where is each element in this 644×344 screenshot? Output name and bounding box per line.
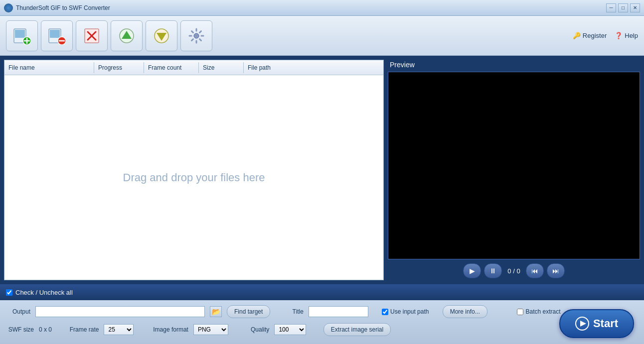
col-filepath: File path xyxy=(244,62,383,73)
pause-button[interactable]: ⏸ xyxy=(484,263,502,278)
file-list-panel: File name Progress Frame count Size File… xyxy=(4,60,384,280)
col-progress: Progress xyxy=(94,62,144,73)
next-button[interactable]: ⏭ xyxy=(547,263,565,278)
header-links: 🔑 Register ❓ Help xyxy=(573,32,638,39)
use-input-path-checkbox-label[interactable]: Use input path xyxy=(382,308,429,315)
svg-line-24 xyxy=(192,39,193,40)
file-list-body[interactable]: Drag and drop your files here xyxy=(4,75,383,280)
remove-gif-button[interactable] xyxy=(41,20,73,51)
move-down-button[interactable] xyxy=(146,20,177,51)
col-filename: File name xyxy=(4,62,94,73)
title-input[interactable] xyxy=(309,306,368,317)
find-target-button[interactable]: Find target xyxy=(227,305,270,318)
help-link[interactable]: ❓ Help xyxy=(615,32,638,39)
image-format-select[interactable]: PNG JPG BMP xyxy=(193,324,228,335)
col-framecount: Frame count xyxy=(144,62,199,73)
batch-extract-checkbox[interactable] xyxy=(517,309,523,315)
minimize-button[interactable]: ─ xyxy=(606,3,616,12)
main-area: File name Progress Frame count Size File… xyxy=(0,56,644,284)
quality-label: Quality xyxy=(245,326,269,333)
quality-select[interactable]: 100 90 80 70 xyxy=(274,324,306,335)
window-controls: ─ □ ✕ xyxy=(606,3,640,12)
bottom-row1: Output 📂 Find target Title Use input pat… xyxy=(8,305,636,318)
preview-panel: Preview ▶ ⏸ 0 / 0 ⏮ ⏭ xyxy=(388,60,640,280)
title-bar: ThunderSoft GIF to SWF Converter ─ □ ✕ xyxy=(0,0,644,16)
drag-drop-hint: Drag and drop your files here xyxy=(123,171,265,184)
image-format-label: Image format xyxy=(151,326,188,333)
add-gif-button[interactable] xyxy=(6,20,38,51)
swf-size-value: 0 x 0 xyxy=(39,326,52,333)
help-icon: ❓ xyxy=(615,32,623,39)
svg-line-21 xyxy=(192,31,193,32)
preview-screen xyxy=(388,72,640,259)
app-icon xyxy=(4,3,13,12)
settings-button[interactable] xyxy=(180,20,212,51)
restore-button[interactable]: □ xyxy=(618,3,628,12)
check-all-checkbox[interactable] xyxy=(6,289,12,296)
extract-image-serial-button[interactable]: Extract image serial xyxy=(323,323,391,336)
svg-line-22 xyxy=(200,39,201,40)
bottom-panel: Output 📂 Find target Title Use input pat… xyxy=(0,300,644,344)
batch-extract-checkbox-label[interactable]: Batch extract xyxy=(517,308,560,315)
preview-counter: 0 / 0 xyxy=(505,267,523,275)
check-row: Check / Uncheck all xyxy=(0,284,644,300)
output-input[interactable] xyxy=(35,306,205,317)
bottom-row2: SWF size 0 x 0 Frame rate 25 15 20 30 Im… xyxy=(8,323,636,336)
check-all-label[interactable]: Check / Uncheck all xyxy=(6,289,73,296)
browse-button[interactable]: 📂 xyxy=(210,306,222,317)
play-button[interactable]: ▶ xyxy=(463,263,481,278)
more-info-button[interactable]: More info... xyxy=(443,305,487,318)
preview-controls: ▶ ⏸ 0 / 0 ⏮ ⏭ xyxy=(388,259,640,280)
start-button[interactable]: Start xyxy=(559,309,634,338)
clear-button[interactable] xyxy=(76,20,108,51)
prev-button[interactable]: ⏮ xyxy=(526,263,544,278)
svg-point-16 xyxy=(194,33,199,38)
register-icon: 🔑 xyxy=(573,32,581,39)
title-label: Title xyxy=(288,308,304,315)
register-link[interactable]: 🔑 Register xyxy=(573,32,607,39)
use-input-path-checkbox[interactable] xyxy=(382,309,388,315)
svg-rect-1 xyxy=(15,30,25,38)
move-up-button[interactable] xyxy=(111,20,143,51)
frame-rate-select[interactable]: 25 15 20 30 xyxy=(104,324,134,335)
output-label: Output xyxy=(8,308,30,315)
app-title: ThunderSoft GIF to SWF Converter xyxy=(16,4,606,11)
col-size: Size xyxy=(199,62,244,73)
toolbar: 🔑 Register ❓ Help xyxy=(0,16,644,56)
svg-rect-6 xyxy=(50,30,60,38)
swf-size-label: SWF size xyxy=(8,326,34,333)
preview-label: Preview xyxy=(388,60,640,70)
frame-rate-label: Frame rate xyxy=(69,326,99,333)
file-table-header: File name Progress Frame count Size File… xyxy=(4,60,383,75)
svg-line-23 xyxy=(200,31,201,32)
close-button[interactable]: ✕ xyxy=(630,3,640,12)
